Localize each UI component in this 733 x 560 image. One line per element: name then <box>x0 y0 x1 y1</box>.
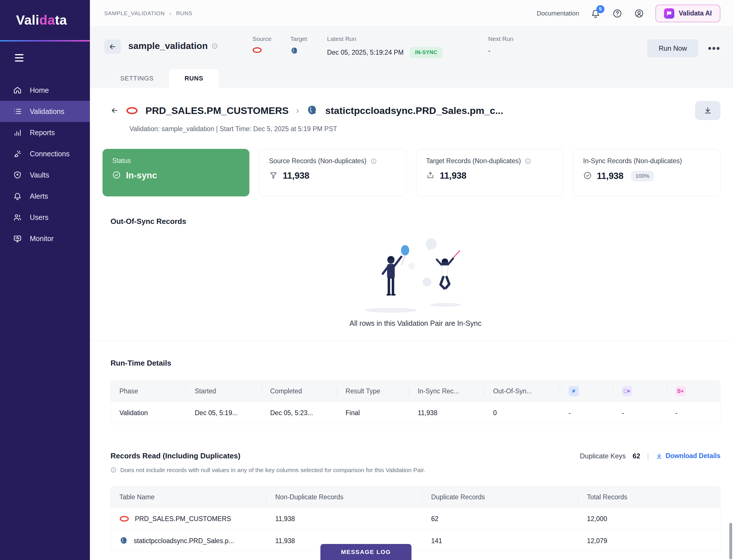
column-header: Completed <box>262 380 337 402</box>
records-table-row: PRD_SALES.PM_CUSTOMERS 11,938 62 12,000 <box>111 508 720 530</box>
chart-bars-icon <box>13 128 22 137</box>
records-read-table: Table Name Non-Duplicate Records Duplica… <box>111 486 720 552</box>
notifications-button[interactable]: 5 <box>590 8 601 19</box>
run-detail-panel: PRD_SALES.PM_CUSTOMERS › statictpccloads… <box>90 88 733 560</box>
target-records-card: Target Records (Non-duplicates) 11,938 <box>416 149 563 196</box>
chevron-right-icon: › <box>169 10 171 17</box>
section-divider <box>90 341 733 341</box>
out-of-sync-heading: Out-Of-Sync Records <box>111 217 720 226</box>
account-button[interactable] <box>634 8 645 19</box>
hamburger-menu-icon[interactable] <box>15 54 25 64</box>
target-added-icon: □+ <box>622 386 632 396</box>
run-meta: Validation: sample_validation | Start Ti… <box>129 125 720 133</box>
sidebar-item-reports[interactable]: Reports <box>0 122 90 143</box>
notification-count-badge: 5 <box>596 5 604 13</box>
insync-percent-badge: 100% <box>631 171 654 182</box>
logo-part: Vali <box>16 13 39 27</box>
not-equal-icon: ≠ <box>569 386 579 396</box>
column-header: In-Sync Rec... <box>409 380 484 402</box>
next-run-label: Next Run <box>488 36 513 42</box>
sidebar-item-alerts[interactable]: Alerts <box>0 186 90 207</box>
sidebar-item-label: Reports <box>30 129 55 137</box>
cell-table-name: statictpccloadsync.PRD_Sales.p... <box>134 537 234 545</box>
tab-runs[interactable]: RUNS <box>169 69 219 88</box>
target-table-name: statictpccloadsync.PRD_Sales.pm_c... <box>325 105 503 116</box>
postgresql-icon <box>290 47 307 55</box>
cell-total: 12,079 <box>578 530 720 552</box>
records-read-note: Does not include records with null value… <box>120 467 425 474</box>
ai-chat-icon <box>664 8 674 19</box>
pair-back-button[interactable] <box>111 107 119 115</box>
target-label: Target <box>290 36 307 42</box>
check-circle-icon <box>112 171 121 180</box>
info-icon[interactable] <box>525 158 531 164</box>
cell-completed: Dec 05, 5:23... <box>262 402 337 424</box>
records-read-heading: Records Read (Including Duplicates) <box>111 451 241 460</box>
column-header: Table Name <box>111 486 267 508</box>
duplicate-keys-value: 62 <box>632 452 640 460</box>
source-label: Source <box>252 36 271 42</box>
home-icon <box>13 86 22 94</box>
arrow-left-icon <box>111 107 119 115</box>
column-header: Phase <box>111 380 186 402</box>
insync-records-card: In-Sync Records (Non-duplicates) 11,938 … <box>573 149 721 196</box>
sidebar-item-users[interactable]: Users <box>0 207 90 228</box>
runtime-heading: Run-Time Details <box>111 359 720 368</box>
sidebar-item-label: Vaults <box>30 171 49 179</box>
info-icon[interactable] <box>212 43 218 49</box>
latest-run-value: Dec 05, 2025, 5:19:24 PM <box>327 49 403 56</box>
cell-outofsync-records: 0 <box>484 402 560 424</box>
source-records-card: Source Records (Non-duplicates) 11,938 <box>259 149 407 196</box>
sidebar-item-label: Connections <box>30 150 70 158</box>
cell-started: Dec 05, 5:19... <box>186 402 261 424</box>
runtime-table-header: Phase Started Completed Result Type In-S… <box>111 380 720 402</box>
sidebar-item-label: Users <box>30 213 48 222</box>
topbar-actions: Documentation 5 Validata AI <box>537 5 720 22</box>
page-title: sample_validation <box>128 41 208 51</box>
source-records-label: Source Records (Non-duplicates) <box>269 157 367 165</box>
message-log-button[interactable]: MESSAGE LOG <box>320 544 411 560</box>
sidebar-item-validations[interactable]: Validations <box>0 101 90 122</box>
main-area: SAMPLE_VALIDATION › RUNS Documentation 5 <box>90 0 733 560</box>
breadcrumb: SAMPLE_VALIDATION › RUNS <box>104 10 192 17</box>
tab-settings[interactable]: SETTINGS <box>105 69 169 88</box>
ai-button-label: Validata AI <box>679 9 712 17</box>
download-details-link[interactable]: Download Details <box>656 452 720 460</box>
scrollbar-thumb[interactable] <box>729 523 732 559</box>
download-icon <box>656 453 663 460</box>
cell-source-added: - <box>667 402 720 424</box>
insync-records-label: In-Sync Records (Non-duplicates) <box>583 157 682 165</box>
back-button[interactable] <box>104 40 121 54</box>
run-now-button[interactable]: Run Now <box>647 40 698 57</box>
validation-header: sample_validation Source Target <box>90 27 733 88</box>
help-button[interactable] <box>612 8 623 19</box>
source-added-icon: S+ <box>675 386 686 396</box>
validata-ai-button[interactable]: Validata AI <box>655 5 720 22</box>
sidebar-nav: Home Validations Reports Connections Vau… <box>0 80 90 249</box>
documentation-link[interactable]: Documentation <box>537 10 579 17</box>
sidebar-item-label: Home <box>30 86 49 94</box>
cell-duplicate: 141 <box>423 530 578 552</box>
download-report-button[interactable] <box>695 101 720 120</box>
sidebar-item-monitor[interactable]: Monitor <box>0 228 90 249</box>
sidebar-item-connections[interactable]: Connections <box>0 143 90 164</box>
logo-part: ta <box>55 13 67 27</box>
sidebar-item-home[interactable]: Home <box>0 80 90 101</box>
next-run-value: - <box>488 47 513 55</box>
breadcrumb-item-runs[interactable]: RUNS <box>176 10 192 17</box>
brand-logo: Validata <box>0 0 90 40</box>
info-icon <box>111 467 117 473</box>
more-options-button[interactable]: ••• <box>708 46 720 51</box>
source-table-name: PRD_SALES.PM_CUSTOMERS <box>145 105 289 116</box>
records-read-section: Records Read (Including Duplicates) Dupl… <box>111 451 720 555</box>
celebration-illustration <box>358 233 473 315</box>
breadcrumb-item-validation[interactable]: SAMPLE_VALIDATION <box>104 10 165 17</box>
download-details-label: Download Details <box>665 452 720 460</box>
oracle-icon <box>252 47 271 53</box>
sidebar-item-label: Validations <box>30 107 64 116</box>
sidebar-item-vaults[interactable]: Vaults <box>0 164 90 186</box>
cell-insync-records: 11,938 <box>409 402 484 424</box>
info-icon[interactable] <box>371 158 377 164</box>
records-table-header: Table Name Non-Duplicate Records Duplica… <box>111 486 720 508</box>
target-records-label: Target Records (Non-duplicates) <box>426 157 521 165</box>
